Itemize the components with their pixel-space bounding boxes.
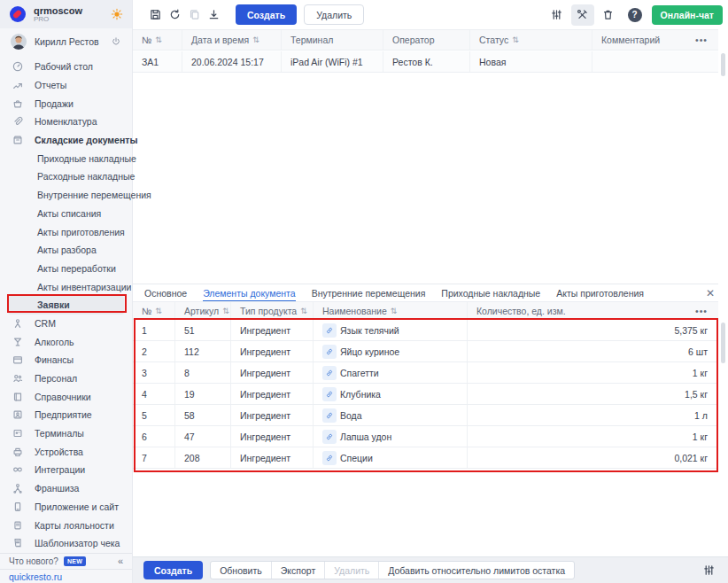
whats-new-row[interactable]: Что нового? NEW « [0,553,132,569]
column-header-datetime[interactable]: Дата и время⇅ [182,30,281,50]
sidebar-item-terminals[interactable]: Терминалы [0,424,132,443]
column-header-qty[interactable]: Количество, ед. изм. [467,302,683,319]
table-row[interactable]: 2 112 Ингредиент Яйцо куриное 6 шт [133,341,718,362]
martini-glass-icon [12,336,24,348]
online-chat-button[interactable]: Онлайн-чат [652,5,723,25]
link-icon[interactable] [322,430,337,444]
sidebar-item-prihodnye-nakladnye[interactable]: Приходные накладные [0,149,132,167]
sidebar-item-finance[interactable]: Финансы [0,351,132,369]
sidebar-item-akty-inventarizacii[interactable]: Акты инвентаризации [0,277,132,296]
column-header-num[interactable]: №⇅ [133,302,174,319]
theme-sun-icon[interactable] [111,8,123,20]
sidebar-item-reports[interactable]: Отчеты [0,76,132,95]
sidebar-item-zayavki[interactable]: Заявки [8,296,124,315]
column-header-num[interactable]: №⇅ [133,30,182,50]
sidebar-item-integrations[interactable]: Интеграции [0,461,132,479]
column-settings-icon[interactable] [547,4,567,26]
link-icon[interactable] [322,387,337,401]
table-row[interactable]: ЗА1 20.06.2024 15:17 iPad Air (WiFi) #1 … [133,51,718,73]
column-header-sku[interactable]: Артикул⇅ [174,302,230,319]
sidebar-item-receipt-templater[interactable]: Шаблонизатор чека [0,534,132,553]
sidebar-item-label: Карты лояльности [35,520,114,531]
sidebar-item-directories[interactable]: Справочники [0,387,132,406]
tools-icon[interactable] [571,4,594,26]
column-header-status[interactable]: Статус⇅ [469,30,592,50]
close-icon[interactable]: ✕ [702,287,718,299]
logout-power-icon[interactable] [111,36,121,47]
sidebar-item-rashodnye-nakladnye[interactable]: Расходные накладные [0,167,132,186]
add-by-limits-button[interactable]: Добавить относительно лимитов остатка [378,562,574,579]
sidebar-item-staff[interactable]: Персонал [0,369,132,388]
link-icon[interactable] [322,366,337,380]
tab-osnovnoe[interactable]: Основное [144,284,187,301]
sidebar-item-akty-prigotovleniya[interactable]: Акты приготовления [0,222,132,241]
sidebar-item-enterprise[interactable]: Предприятие [0,406,132,424]
tab-akty-prigotovleniya[interactable]: Акты приготовления [556,284,644,301]
column-header-comment[interactable]: Комментарий [592,30,683,50]
column-header-terminal[interactable]: Терминал [281,30,383,50]
item-name: Специи [340,453,373,463]
collapse-sidebar-icon[interactable]: « [118,556,123,566]
column-header-operator[interactable]: Оператор [383,30,469,50]
tab-vnutrennie-peremescheniya[interactable]: Внутренние перемещения [312,284,426,301]
user-row[interactable]: Кирилл Рестов [0,28,132,55]
sidebar-item-franchise[interactable]: Франшиза [0,479,132,498]
cell-num: 4 [133,384,174,404]
table-row[interactable]: 3 8 Ингредиент Спагетти 1 кг [133,362,718,384]
sidebar-item-vnutrennie-peremescheniya[interactable]: Внутренние перемещения [0,186,132,205]
help-icon[interactable]: ? [628,8,642,22]
sidebar-item-label: Акты инвентаризации [37,282,131,292]
download-icon[interactable] [204,4,223,26]
copy-icon[interactable] [184,4,204,26]
create-button[interactable]: Создать [236,4,297,25]
table-row[interactable]: 1 51 Ингредиент Язык телячий 5,375 кг [133,320,718,341]
table-row[interactable]: 5 58 Ингредиент Вода 1 л [133,405,718,426]
table-row[interactable]: 7 208 Ингредиент Специи 0,021 кг [133,447,718,469]
sidebar-item-devices[interactable]: Устройства [0,442,132,461]
sidebar-item-nomenclature[interactable]: Номенклатура [0,113,132,131]
scrollbar-thumb[interactable] [721,53,725,76]
sidebar-item-label: Акты приготовления [37,227,125,237]
cell-qty: 1,5 кг [467,384,718,404]
delete-button[interactable]: Удалить [304,4,364,25]
card-icon [12,519,24,532]
sidebar-item-akty-spisaniya[interactable]: Акты списания [0,205,132,223]
link-icon[interactable] [322,345,337,359]
sidebar-item-loyalty-cards[interactable]: Карты лояльности [0,516,132,534]
refresh-button[interactable]: Обновить [211,562,271,579]
tab-elementy-dokumenta[interactable]: Элементы документа [203,284,296,301]
export-button[interactable]: Экспорт [271,562,324,579]
infinity-icon [12,463,24,476]
table-row[interactable]: 6 47 Ингредиент Лапша удон 1 кг [133,426,718,447]
scrollbar-thumb[interactable] [721,323,725,363]
column-label: Статус [479,35,508,45]
cell-num: ЗА1 [133,51,182,72]
create-item-button[interactable]: Создать [143,561,203,579]
column-settings-icon[interactable] [702,564,716,577]
cell-qty: 1 кг [467,362,718,383]
link-icon[interactable] [322,451,337,465]
sidebar-item-crm[interactable]: CRM [0,315,132,333]
table-row[interactable]: 4 19 Ингредиент Клубника 1,5 кг [133,384,718,405]
link-icon[interactable] [322,323,337,338]
sidebar-item-akty-razbora[interactable]: Акты разбора [0,241,132,260]
sidebar-item-alcohol[interactable]: Алкоголь [0,332,132,351]
delete-item-button[interactable]: Удалить [324,562,378,579]
more-columns-icon[interactable]: ••• [683,30,718,50]
sidebar-item-app-site[interactable]: Приложение и сайт [0,498,132,517]
sort-icon: ⇅ [155,307,162,315]
sidebar-item-warehouse-docs[interactable]: Складские документы [0,131,132,150]
link-icon[interactable] [322,408,337,423]
sidebar-item-akty-pererabotki[interactable]: Акты переработки [0,260,132,278]
tab-prihodnye-nakladnye[interactable]: Приходные накладные [441,284,540,301]
column-header-type[interactable]: Тип продукта⇅ [230,302,313,319]
more-columns-icon[interactable]: ••• [683,302,718,319]
quickresto-link[interactable]: quickresto.ru [0,569,132,583]
bottom-button-group: Обновить Экспорт Удалить Добавить относи… [210,561,575,579]
column-header-name[interactable]: Наименование⇅ [313,302,467,319]
sidebar-item-sales[interactable]: Продажи [0,94,132,113]
refresh-icon[interactable] [165,4,184,26]
save-icon[interactable] [145,4,165,26]
sidebar-item-dashboard[interactable]: Рабочий стол [0,58,132,76]
trash-icon[interactable] [599,4,618,26]
